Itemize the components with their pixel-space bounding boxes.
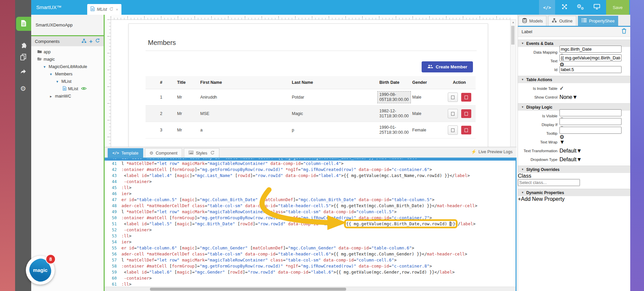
property-control: None▼ <box>559 94 578 100</box>
open-tab-mlist[interactable]: MList × <box>87 4 121 15</box>
rail-item-gear[interactable]: ⚙ <box>15 82 31 95</box>
code-line: 58:ontainer #matCell [formGroup]="mg.get… <box>105 263 517 269</box>
code-line: 54ier> <box>105 239 517 245</box>
plus-icon[interactable]: + <box>89 39 93 44</box>
scroll-up-arrow[interactable]: ▲ <box>511 20 516 25</box>
tab-outline[interactable]: Outline <box>548 16 576 26</box>
chevron-down-icon: ▼ <box>521 168 524 171</box>
close-icon[interactable]: × <box>116 7 118 12</box>
select-dropdown[interactable]: Default▼ <box>559 148 582 154</box>
delete-row-button[interactable] <box>461 93 471 102</box>
delete-row-button[interactable] <box>461 109 471 118</box>
property-input[interactable] <box>559 109 622 116</box>
scrollbar-thumb[interactable] <box>511 26 515 45</box>
line-number: 44 <box>105 179 121 185</box>
property-input[interactable] <box>559 54 622 61</box>
tab-models[interactable]: Models <box>519 16 546 26</box>
select-dropdown[interactable]: ▼ <box>559 139 565 145</box>
chevron-down-icon: ▼ <box>559 139 565 145</box>
checkbox-checked[interactable]: ✓ <box>559 85 564 92</box>
database-icon <box>522 18 527 24</box>
tree-item-mlist[interactable]: MList <box>31 85 104 93</box>
section-header-table-actions[interactable]: ▼Table Actions <box>518 76 630 83</box>
line-number: 55 <box>105 245 121 251</box>
services-button[interactable]: ⚙⚙ <box>574 0 587 15</box>
project-name[interactable]: SmartUXDemoApp <box>31 15 104 36</box>
table-header-row: #TitleFirst NameLast NameBirth DateGende… <box>146 76 476 89</box>
refresh-icon[interactable] <box>109 6 113 12</box>
property-input[interactable] <box>559 127 622 134</box>
save-button[interactable]: Save <box>606 0 629 15</box>
trash-icon[interactable] <box>622 28 627 35</box>
select-dropdown[interactable]: Default▼ <box>559 157 582 163</box>
tree-item-app[interactable]: app <box>31 48 104 56</box>
edit-row-button[interactable] <box>448 109 458 118</box>
tab-outline-label: Outline <box>559 19 573 23</box>
property-label: Data Mapping <box>518 50 557 54</box>
chevron-down-icon[interactable]: ▾ <box>44 65 47 69</box>
select-value: Default <box>559 157 577 162</box>
left-icon-rail: ⚙ <box>15 0 31 291</box>
components-panel-title: Components <box>35 39 79 44</box>
refresh-icon[interactable] <box>95 38 100 44</box>
code-line: 49l *matCellDef="let row" magicMark="mag… <box>105 209 517 215</box>
select-dropdown[interactable]: None▼ <box>559 94 578 100</box>
birth-date-label-selected[interactable]: 1990-08-05T18:30:00.00 <box>377 91 411 103</box>
tree-item-members[interactable]: ▾Members <box>31 70 104 78</box>
code-line: 41l *matCellDef="let row" magicMark="mag… <box>105 161 517 167</box>
gears-icon: ⚙⚙ <box>577 4 585 11</box>
code-view-button[interactable]: </> <box>539 0 555 15</box>
tree-item-mainwc[interactable]: ▸mainWC <box>31 93 104 100</box>
canvas-scrollbar[interactable]: ▲ <box>510 19 516 147</box>
code-horizontal-scrollbar[interactable] <box>105 287 516 291</box>
rail-item-document[interactable] <box>16 17 31 31</box>
edit-row-button[interactable] <box>448 125 458 135</box>
sitemap-icon[interactable] <box>82 38 87 44</box>
magic-logo-button[interactable]: magic 8 <box>26 256 55 285</box>
rail-item-puzzle[interactable] <box>15 39 31 53</box>
create-member-button[interactable]: Create Member <box>422 61 473 72</box>
delete-row-button[interactable] <box>461 126 471 134</box>
add-new-property-button[interactable]: +Add New Property <box>518 196 630 202</box>
tab-template[interactable]: </> Template <box>108 148 143 158</box>
property-label: Is Visible <box>518 114 557 118</box>
chevron-down-icon[interactable]: ▾ <box>56 79 60 84</box>
tab-propertysheet[interactable]: PropertyShee <box>578 16 618 26</box>
live-preview-logs-button[interactable]: ⚡ Live Preview Logs <box>471 149 513 154</box>
tree-item-magicgenlibmodule[interactable]: ▾MagicGenLibModule <box>31 63 104 70</box>
tab-styles[interactable]: Styles <box>184 148 219 158</box>
code-panel-right-edge <box>516 158 517 291</box>
line-number: 57 <box>105 257 121 263</box>
section-header-styling-overrides[interactable]: ▼Styling Overrides <box>518 166 630 173</box>
tab-component[interactable]: ⚙ Component <box>145 148 182 158</box>
table-cell-gender: Female <box>412 128 443 132</box>
property-input[interactable] <box>559 66 622 73</box>
chevron-right-icon[interactable]: ▸ <box>50 94 53 99</box>
birth-date-label[interactable]: 1990-01-25T18:30:00.00 <box>379 125 409 135</box>
rail-item-share[interactable] <box>15 65 31 79</box>
rail-item-copy[interactable] <box>15 51 31 64</box>
property-input[interactable] <box>559 46 622 53</box>
line-number: 58 <box>105 263 121 269</box>
section-header-dynamic-properties[interactable]: ▼Dynamic Properties <box>518 189 630 196</box>
table-cell: 1 <box>160 95 177 100</box>
refresh-icon[interactable] <box>210 151 215 156</box>
table-cell-gender: Male <box>412 95 443 100</box>
template-code-editor[interactable]: 40der-cell *matHeaderCellDef data-comp-i… <box>105 159 517 287</box>
column-header-lastname: Last Name <box>292 80 379 85</box>
scrollbar-thumb[interactable] <box>150 288 346 291</box>
eye-icon[interactable] <box>81 86 87 91</box>
table-cell: a <box>200 128 292 132</box>
birth-date-label[interactable]: 1982-12-31T18:30:00.00 <box>379 109 409 118</box>
title-divider <box>146 51 477 51</box>
fullscreen-button[interactable] <box>558 0 571 15</box>
chevron-down-icon[interactable]: ▾ <box>50 72 53 76</box>
property-row-id: Id <box>518 66 628 73</box>
edit-row-button[interactable] <box>448 93 458 102</box>
property-input[interactable] <box>559 118 622 125</box>
tree-item-mlist[interactable]: ▾MList <box>31 78 104 85</box>
tree-item-magic[interactable]: magic <box>31 56 104 63</box>
class-input[interactable] <box>518 179 580 186</box>
preview-button[interactable] <box>590 0 603 15</box>
gear-icon[interactable]: ⚙ <box>559 134 622 140</box>
